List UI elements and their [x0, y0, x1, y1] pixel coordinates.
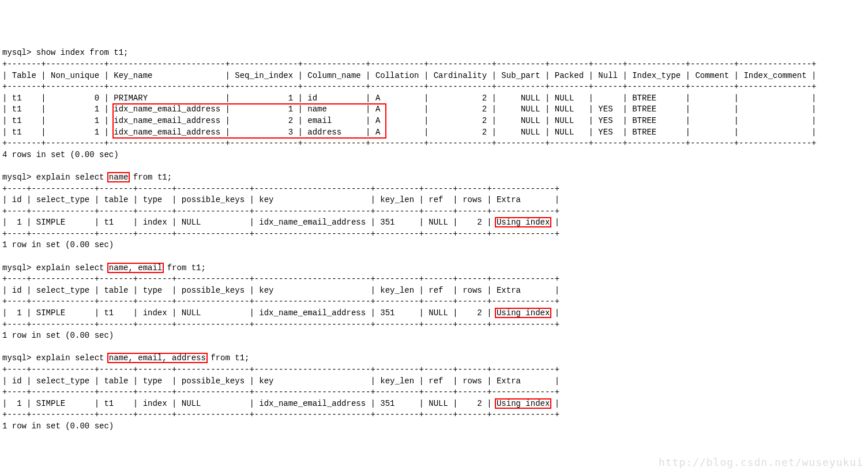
- separator: +-------+------------+------------------…: [2, 59, 816, 69]
- table-row-part: | 1 | SIMPLE | t1 | index | NULL | idx_n…: [2, 399, 497, 408]
- separator: +----+-------------+-------+-------+----…: [2, 229, 559, 238]
- separator: +----+-------------+-------+-------+----…: [2, 297, 559, 306]
- table-row-part: | 1 | SIMPLE | t1 | index | NULL | idx_n…: [2, 308, 497, 318]
- sql-query: show index from t1;: [36, 48, 129, 57]
- table-row: | t1 | 1 | idx_name_email_address | 3 | …: [2, 128, 816, 137]
- table-header: | id | select_type | table | type | poss…: [2, 376, 559, 386]
- table-row: | t1 | 1 | idx_name_email_address | 2 | …: [2, 116, 816, 125]
- extra-highlight: Using index: [497, 308, 550, 318]
- separator: +----+-------------+-------+-------+----…: [2, 320, 559, 329]
- separator: +----+-------------+-------+-------+----…: [2, 365, 559, 374]
- terminal-output: mysql> show index from t1; +-------+----…: [2, 47, 866, 474]
- separator: +----+-------------+-------+-------+----…: [2, 274, 559, 283]
- table-row-part: | 1 | SIMPLE | t1 | index | NULL | idx_n…: [2, 218, 497, 227]
- separator: +----+-------------+-------+-------+----…: [2, 387, 559, 397]
- result-info: 4 rows in set (0.00 sec): [2, 150, 119, 159]
- result-info: 1 row in set (0.00 sec): [2, 421, 114, 431]
- separator: +----+-------------+-------+-------+----…: [2, 207, 559, 216]
- result-info: 1 row in set (0.00 sec): [2, 331, 114, 340]
- separator: +----+-------------+-------+-------+----…: [2, 184, 559, 193]
- extra-highlight: Using index: [497, 399, 550, 408]
- table-header: | id | select_type | table | type | poss…: [2, 195, 559, 204]
- sql-query-part: explain select: [36, 353, 109, 363]
- sql-query-part: from t1;: [206, 353, 250, 363]
- separator: +-------+------------+------------------…: [2, 82, 816, 91]
- table-row-part: |: [550, 308, 559, 318]
- result-info: 1 row in set (0.00 sec): [2, 240, 114, 249]
- table-header: | Table | Non_unique | Key_name | Seq_in…: [2, 71, 816, 80]
- prompt: mysql>: [2, 48, 31, 57]
- sql-query-part: from t1;: [162, 263, 206, 273]
- separator: +-------+------------+------------------…: [2, 139, 816, 148]
- table-row-part: |: [550, 218, 559, 227]
- table-row: | t1 | 1 | idx_name_email_address | 1 | …: [2, 104, 816, 114]
- table-row-part: |: [550, 399, 559, 408]
- sql-highlight: name: [109, 173, 129, 182]
- sql-highlight: name, email, address: [109, 353, 206, 363]
- prompt: mysql>: [2, 173, 31, 182]
- prompt: mysql>: [2, 263, 31, 273]
- separator: +----+-------------+-------+-------+----…: [2, 410, 559, 419]
- prompt: mysql>: [2, 353, 31, 363]
- sql-highlight: name, email: [109, 263, 162, 273]
- sql-query-part: explain select: [36, 263, 109, 273]
- extra-highlight: Using index: [497, 218, 550, 227]
- sql-query-part: explain select: [36, 173, 109, 182]
- table-header: | id | select_type | table | type | poss…: [2, 286, 559, 295]
- table-row: | t1 | 0 | PRIMARY | 1 | id | A | 2 | NU…: [2, 94, 816, 103]
- sql-query-part: from t1;: [128, 173, 172, 182]
